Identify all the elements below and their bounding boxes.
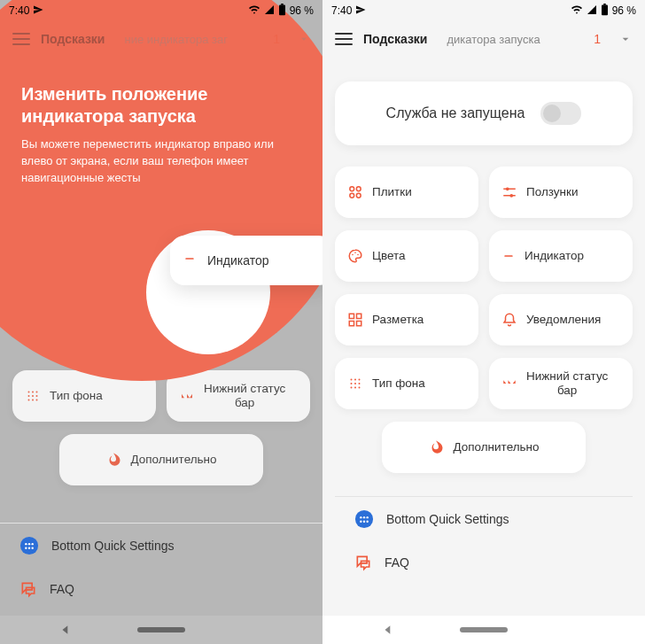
svg-point-19: [32, 395, 34, 397]
footer-faq-label: FAQ: [385, 555, 409, 570]
svg-rect-0: [279, 4, 285, 15]
footer-bqs-label: Bottom Quick Settings: [51, 539, 175, 553]
status-battery-pct: 96 %: [612, 4, 636, 17]
send-icon: [33, 4, 43, 18]
svg-point-61: [360, 521, 361, 523]
svg-point-39: [509, 194, 513, 198]
bell-icon: [501, 312, 517, 328]
nav-bar: [322, 616, 645, 644]
chevron-down-icon[interactable]: [618, 32, 633, 46]
tile-colors[interactable]: Цвета: [335, 230, 478, 282]
tile-sliders[interactable]: Ползунки: [489, 167, 633, 218]
tile-notifications[interactable]: Уведомления: [489, 294, 633, 345]
svg-rect-47: [357, 322, 361, 326]
flame-icon: [105, 452, 121, 468]
left-screenshot: 7:40 96 % Подск: [0, 0, 322, 644]
tile-tiles-label: Плитки: [372, 185, 412, 199]
footer-item-faq[interactable]: FAQ: [335, 541, 633, 584]
tile-bottom-status[interactable]: Нижний статусбар: [489, 358, 633, 409]
status-time: 7:40: [9, 4, 29, 17]
service-status-text: Служба не запущена: [386, 105, 525, 121]
svg-point-49: [354, 379, 356, 381]
status-time: 7:40: [331, 4, 352, 17]
home-pill[interactable]: [460, 627, 508, 632]
signal-icon: [587, 4, 597, 18]
tile-bottom-status[interactable]: Нижний статусбар: [167, 370, 310, 422]
svg-rect-44: [349, 314, 354, 318]
svg-point-21: [28, 400, 30, 401]
tile-bottom-status-label: Нижний статусбар: [204, 382, 285, 409]
status-battery-pct: 96 %: [290, 4, 314, 17]
svg-point-48: [351, 379, 353, 381]
right-screenshot: 7:40 96 % Подсказки дикат: [322, 0, 645, 644]
svg-point-55: [354, 387, 356, 389]
menu-icon[interactable]: [12, 33, 30, 45]
svg-rect-33: [603, 4, 606, 5]
tile-colors-label: Цвета: [372, 249, 406, 263]
grid-dots-icon: [347, 376, 363, 392]
flame-icon: [428, 439, 444, 455]
nav-bar: [0, 616, 322, 644]
wifi-icon: [571, 4, 583, 18]
svg-point-36: [350, 193, 354, 198]
svg-rect-24: [185, 258, 193, 259]
svg-point-20: [36, 395, 38, 397]
minus-icon: [183, 252, 197, 269]
status-bar: 7:40 96 %: [0, 0, 322, 21]
footer-item-bqs[interactable]: Bottom Quick Settings: [0, 524, 322, 568]
svg-point-30: [28, 547, 30, 549]
coach-title: Изменить положениеиндикатора запуска: [21, 83, 287, 128]
home-pill[interactable]: [137, 627, 185, 632]
svg-rect-1: [281, 4, 284, 5]
battery-icon: [278, 4, 286, 19]
svg-point-40: [352, 254, 354, 256]
tile-more[interactable]: Дополнительно: [59, 434, 263, 485]
chat-icon: [19, 580, 37, 598]
footer-faq-label: FAQ: [50, 582, 74, 596]
menu-icon[interactable]: [335, 33, 353, 45]
battery-icon: [601, 4, 609, 19]
bars-down-icon: [179, 390, 195, 402]
service-status-card[interactable]: Служба не запущена: [335, 81, 633, 145]
layout-icon: [347, 312, 363, 328]
svg-point-51: [351, 383, 353, 384]
service-toggle[interactable]: [540, 102, 581, 125]
minus-icon: [501, 249, 516, 263]
svg-point-25: [20, 537, 38, 555]
tile-more[interactable]: Дополнительно: [382, 422, 586, 473]
svg-rect-46: [349, 322, 354, 326]
svg-point-22: [32, 400, 34, 401]
tile-indicator[interactable]: Индикатор: [489, 230, 633, 282]
tile-tiles[interactable]: Плитки: [335, 167, 478, 218]
svg-point-31: [31, 547, 33, 549]
tile-bgtype-label: Тип фона: [372, 376, 425, 391]
svg-point-15: [28, 392, 30, 393]
send-icon: [355, 4, 366, 18]
chevron-down-icon[interactable]: [298, 33, 310, 45]
coach-overlay[interactable]: [0, 0, 322, 381]
back-button[interactable]: [59, 624, 72, 636]
svg-point-29: [25, 547, 27, 549]
footer-item-bqs[interactable]: Bottom Quick Settings: [335, 497, 633, 541]
chat-icon: [354, 554, 372, 571]
screen-subtitle: ние индикатора заг: [124, 33, 228, 46]
svg-point-60: [366, 516, 368, 518]
palette-icon: [347, 248, 363, 264]
tile-bgtype-label: Тип фона: [50, 389, 103, 403]
tile-bottom-status-label: Нижний статусбар: [526, 369, 608, 397]
svg-rect-32: [602, 4, 608, 15]
tile-more-label: Дополнительно: [453, 440, 539, 454]
svg-point-26: [25, 543, 27, 545]
back-button[interactable]: [382, 624, 394, 636]
footer-item-faq[interactable]: FAQ: [0, 568, 322, 610]
count-badge: 1: [273, 32, 280, 46]
coach-body: Вы можете переместить индикатор вправо и…: [21, 136, 287, 187]
tile-bgtype[interactable]: Тип фона: [335, 358, 478, 409]
app-icon: [354, 509, 374, 529]
highlighted-indicator-tile[interactable]: Индикатор: [170, 236, 322, 285]
signal-icon: [264, 4, 275, 18]
svg-point-34: [350, 187, 354, 191]
tile-notifications-label: Уведомления: [526, 313, 601, 327]
app-icon: [19, 536, 39, 555]
tile-layout[interactable]: Разметка: [335, 294, 478, 345]
